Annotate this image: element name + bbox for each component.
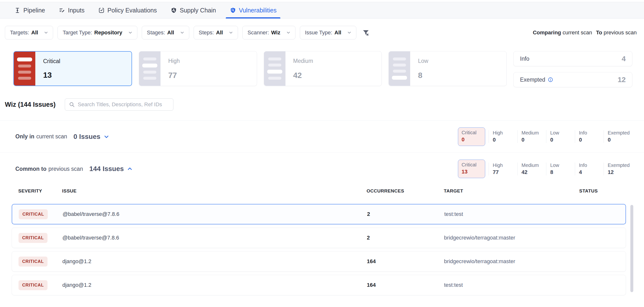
tab-inputs[interactable]: Inputs (55, 2, 88, 18)
severity-card-label: Low (418, 58, 506, 64)
filter-value: Wiz (271, 30, 280, 36)
stat-medium[interactable]: Medium 0 (517, 130, 546, 143)
severity-card-label: Medium (293, 58, 382, 64)
stat-label: Info (579, 162, 604, 168)
occurrences-cell: 164 (367, 258, 444, 264)
severity-badge: CRITICAL (18, 233, 48, 243)
stat-value: 13 (462, 168, 485, 175)
vertical-scrollbar[interactable] (630, 205, 633, 292)
stat-low[interactable]: Low 0 (546, 130, 575, 143)
stat-label: Exempted (608, 130, 632, 136)
target-cell: bridgecrewio/terragoat:master (444, 258, 568, 264)
severity-card-medium[interactable]: Medium 42 (264, 51, 382, 86)
chevron-down-icon (347, 30, 352, 35)
pipeline-icon (14, 7, 21, 14)
table-row[interactable]: CRITICAL @babel/traverse@7.8.6 2 test:te… (12, 204, 626, 224)
issues-toggle[interactable]: 144 Issues (90, 165, 133, 173)
severity-card-high[interactable]: High 77 (139, 51, 257, 86)
severity-card-count: 42 (293, 71, 382, 80)
occurrences-cell: 2 (367, 235, 444, 241)
search-box (65, 98, 174, 110)
stat-critical[interactable]: Critical 0 (458, 128, 485, 146)
stat-label: Critical (462, 162, 485, 168)
side-card-count: 4 (622, 54, 626, 63)
section-title-bold: Common to (15, 166, 46, 172)
filter-scanner[interactable]: Scanner: Wiz (242, 26, 296, 40)
tab-vulnerabilities[interactable]: Vulnerabilities (226, 2, 280, 18)
filter-target-type[interactable]: Target Type: Repository (58, 26, 137, 40)
stat-high[interactable]: High 77 (488, 162, 517, 176)
section-title: Only in current scan 0 Issues (15, 133, 110, 140)
table-row[interactable]: CRITICAL django@1.2 164 test:test (12, 275, 626, 295)
clear-filters-button[interactable] (362, 29, 370, 36)
scanner-heading: Wiz (144 Issues) (5, 101, 56, 108)
tab-label: Policy Evaluations (108, 7, 157, 14)
severity-card-label: High (168, 58, 257, 64)
severity-badge: CRITICAL (18, 256, 48, 266)
section-title-bold: Only in (15, 133, 34, 140)
filter-issue-type[interactable]: Issue Type: All (300, 26, 356, 40)
issues-toggle[interactable]: 0 Issues (74, 133, 110, 140)
severity-card-count: 77 (168, 71, 257, 80)
section-stats: Critical 0 High 0 Medium 0 Low 0 Info 0 … (458, 128, 632, 146)
filter-label: Target Type: (62, 30, 92, 36)
side-card-label: Info (520, 56, 529, 62)
stat-label: Exempted (608, 162, 632, 168)
stat-label: Low (550, 162, 575, 168)
severity-card-low[interactable]: Low 8 (388, 51, 507, 86)
tab-policy-evaluations[interactable]: Policy Evaluations (94, 2, 161, 18)
side-card-label-text: Exempted (520, 76, 545, 83)
scanner-row: Wiz (144 Issues) (0, 98, 644, 120)
stat-value: 77 (493, 169, 517, 176)
stat-value: 4 (579, 169, 604, 176)
tab-label: Supply Chain (180, 7, 216, 14)
occurrences-cell: 2 (367, 211, 444, 217)
table-row[interactable]: CRITICAL @babel/traverse@7.8.6 2 bridgec… (12, 228, 626, 248)
filter-stages[interactable]: Stages: All (142, 26, 189, 40)
stat-label: Low (550, 130, 575, 136)
chevron-down-icon (286, 30, 291, 35)
stat-value: 0 (522, 137, 546, 143)
table-row[interactable]: CRITICAL django@1.2 164 bridgecrewio/ter… (12, 251, 626, 272)
stat-high[interactable]: High 0 (488, 130, 517, 143)
tab-label: Vulnerabilities (239, 7, 277, 14)
stat-critical[interactable]: Critical 13 (458, 160, 485, 178)
stat-exempted[interactable]: Exempted 0 (604, 130, 632, 143)
target-cell: test:test (444, 282, 568, 288)
column-header-issue: ISSUE (62, 188, 366, 194)
comparing-text: previous scan (604, 30, 637, 36)
issues-table: SEVERITY ISSUE OCCURRENCES TARGET STATUS… (12, 188, 626, 295)
filter-label: Scanner: (248, 30, 269, 36)
filter-targets[interactable]: Targets: All (5, 26, 53, 40)
stat-info[interactable]: Info 0 (575, 130, 604, 143)
filter-value: Repository (94, 30, 122, 36)
filter-label: Steps: (199, 30, 214, 36)
info-icon[interactable] (548, 77, 553, 82)
stat-medium[interactable]: Medium 42 (517, 162, 546, 176)
severity-card-critical[interactable]: Critical 13 (14, 51, 132, 86)
filters-row: Targets: All Target Type: Repository Sta… (0, 18, 644, 40)
filter-label: Stages: (147, 30, 165, 36)
filter-label: Issue Type: (305, 30, 332, 36)
filter-steps[interactable]: Steps: All (194, 26, 238, 40)
section-common-to-previous-scan: Common to previous scan 144 Issues Criti… (0, 153, 644, 185)
severity-card-info[interactable]: Info 4 (514, 51, 632, 66)
severity-card-exempted[interactable]: Exempted 12 (514, 72, 632, 87)
chevron-down-icon (44, 30, 48, 35)
severity-meter-icon (139, 52, 160, 86)
stat-label: High (493, 162, 517, 168)
stat-exempted[interactable]: Exempted 12 (604, 162, 632, 176)
search-input[interactable] (78, 101, 169, 108)
filter-value: All (216, 30, 223, 36)
column-header-status: STATUS (568, 188, 626, 194)
inputs-icon (59, 7, 65, 14)
stat-value: 42 (522, 169, 546, 176)
side-card-count: 12 (618, 76, 626, 84)
filter-value: All (334, 30, 341, 36)
stat-low[interactable]: Low 8 (546, 162, 575, 176)
severity-card-count: 8 (418, 71, 506, 80)
section-stats: Critical 13 High 77 Medium 42 Low 8 Info… (458, 160, 632, 178)
tab-supply-chain[interactable]: Supply Chain (166, 2, 220, 18)
stat-info[interactable]: Info 4 (575, 162, 604, 176)
tab-pipeline[interactable]: Pipeline (10, 2, 49, 18)
